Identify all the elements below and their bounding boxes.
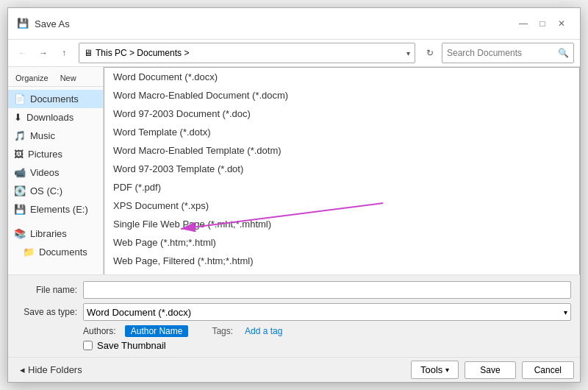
dropdown-item-docx[interactable]: Word Document (*.docx) xyxy=(104,68,579,86)
sidebar-item-documents2[interactable]: 📁 Documents xyxy=(8,243,103,261)
dropdown-item-dotm[interactable]: Word Macro-Enabled Template (*.dotm) xyxy=(104,141,579,160)
savetype-row: Save as type: Word Document (*.docx) ▾ xyxy=(17,303,571,321)
tags-label: Tags: xyxy=(212,326,233,336)
sidebar-item-downloads[interactable]: ⬇ Downloads xyxy=(8,108,103,127)
search-input[interactable] xyxy=(447,48,558,58)
maximize-button[interactable]: □ xyxy=(533,14,552,33)
authors-row: Authors: Author Name Tags: Add a tag xyxy=(17,325,571,337)
sidebar-item-documents[interactable]: 📄 Documents xyxy=(8,90,103,108)
chevron-left-icon: ◂ xyxy=(20,364,25,375)
thumbnail-row: Save Thumbnail xyxy=(17,340,571,351)
thumbnail-checkbox[interactable] xyxy=(83,341,93,350)
up-button[interactable]: ↑ xyxy=(55,44,73,62)
dropdown-item-mht[interactable]: Single File Web Page (*.mht;*.mhtml) xyxy=(104,215,579,233)
cancel-button[interactable]: Cancel xyxy=(522,361,574,379)
organize-button[interactable]: Organize xyxy=(11,72,53,84)
dialog-title: Save As xyxy=(35,18,514,29)
elements-icon: 💾 xyxy=(14,204,26,215)
new-button[interactable]: New xyxy=(56,72,81,84)
sidebar-item-pictures[interactable]: 🖼 Pictures xyxy=(8,145,103,163)
sidebar-label-osc: OS (C:) xyxy=(30,185,62,196)
tools-label: Tools xyxy=(420,364,442,375)
savetype-dropdown-icon: ▾ xyxy=(564,308,567,316)
savetype-select[interactable]: Word Document (*.docx) ▾ xyxy=(83,303,571,321)
tools-button[interactable]: Tools ▾ xyxy=(411,361,459,379)
breadcrumb-dropdown-icon: ▾ xyxy=(406,49,410,57)
dropdown-item-dotx[interactable]: Word Template (*.dotx) xyxy=(104,123,579,141)
dropdown-item-html-filtered[interactable]: Web Page, Filtered (*.htm;*.html) xyxy=(104,252,579,270)
savetype-label: Save as type: xyxy=(17,307,83,317)
dropdown-item-xps[interactable]: XPS Document (*.xps) xyxy=(104,196,579,215)
sidebar-label-libraries: Libraries xyxy=(30,228,67,239)
dialog-icon: 💾 xyxy=(17,18,29,29)
documents-icon: 📄 xyxy=(14,93,26,104)
music-icon: 🎵 xyxy=(14,130,26,141)
action-bar: ◂ Hide Folders Tools ▾ Save Cancel xyxy=(8,357,580,382)
dropdown-item-dot[interactable]: Word 97-2003 Template (*.dot) xyxy=(104,160,579,178)
filename-input[interactable] xyxy=(83,281,571,299)
sidebar-item-osc[interactable]: 💽 OS (C:) xyxy=(8,182,103,200)
back-button[interactable]: ← xyxy=(14,44,32,62)
main-content: Organize New 📄 Documents ⬇ Downloads 🎵 M… xyxy=(8,67,580,274)
thumbnail-label: Save Thumbnail xyxy=(97,340,166,351)
sidebar-item-videos[interactable]: 📹 Videos xyxy=(8,163,103,182)
search-box[interactable]: 🔍 xyxy=(442,43,574,63)
authors-value[interactable]: Author Name xyxy=(125,325,189,337)
videos-icon: 📹 xyxy=(14,167,26,178)
minimize-button[interactable]: — xyxy=(514,14,533,33)
breadcrumb[interactable]: 🖥 This PC > Documents > ▾ xyxy=(79,43,415,63)
sidebar: Organize New 📄 Documents ⬇ Downloads 🎵 M… xyxy=(8,67,104,274)
breadcrumb-text: This PC > Documents > xyxy=(96,48,406,58)
hide-folders-button[interactable]: ◂ Hide Folders xyxy=(14,361,88,378)
dropdown-item-rtf[interactable]: Rich Text Format (*.rtf) xyxy=(104,270,579,274)
documents2-icon: 📁 xyxy=(23,247,35,258)
breadcrumb-pc: 🖥 xyxy=(84,48,93,58)
hide-folders-label: Hide Folders xyxy=(28,364,82,375)
pictures-icon: 🖼 xyxy=(14,149,24,160)
sidebar-label-documents2: Documents xyxy=(39,247,87,258)
titlebar: 💾 Save As — □ ✕ xyxy=(8,8,580,40)
sidebar-item-music[interactable]: 🎵 Music xyxy=(8,127,103,145)
filename-label: File name: xyxy=(17,285,83,295)
sidebar-label-videos: Videos xyxy=(30,167,60,178)
tags-add-link[interactable]: Add a tag xyxy=(245,326,282,336)
sidebar-label-music: Music xyxy=(30,130,55,141)
bottom-form-area: File name: Save as type: Word Document (… xyxy=(8,274,580,357)
close-button[interactable]: ✕ xyxy=(552,14,571,33)
file-area: Name Date modified Type Size Word Docume… xyxy=(104,67,580,274)
dropdown-item-htm[interactable]: Web Page (*.htm;*.html) xyxy=(104,233,579,252)
sidebar-label-pictures: Pictures xyxy=(28,149,62,160)
tools-dropdown-icon: ▾ xyxy=(445,366,449,374)
navigation-toolbar: ← → ↑ 🖥 This PC > Documents > ▾ ↻ 🔍 xyxy=(8,40,580,67)
refresh-button[interactable]: ↻ xyxy=(421,44,439,62)
sidebar-item-libraries[interactable]: 📚 Libraries xyxy=(8,224,103,243)
search-icon: 🔍 xyxy=(558,48,569,58)
sidebar-item-elements[interactable]: 💾 Elements (E:) xyxy=(8,200,103,219)
libraries-icon: 📚 xyxy=(14,228,26,239)
window-controls: — □ ✕ xyxy=(514,14,571,33)
file-type-dropdown: Word Document (*.docx) Word Macro-Enable… xyxy=(104,67,580,274)
save-as-dialog: 💾 Save As — □ ✕ ← → ↑ 🖥 This PC > Docume… xyxy=(7,7,581,383)
authors-label: Authors: xyxy=(83,326,116,336)
sidebar-label-elements: Elements (E:) xyxy=(30,204,88,215)
osc-icon: 💽 xyxy=(14,185,26,196)
savetype-value: Word Document (*.docx) xyxy=(87,307,191,318)
filename-row: File name: xyxy=(17,281,571,299)
sidebar-label-documents: Documents xyxy=(30,93,79,104)
forward-button[interactable]: → xyxy=(35,44,52,62)
sidebar-label-downloads: Downloads xyxy=(26,112,74,123)
dropdown-item-docm[interactable]: Word Macro-Enabled Document (*.docm) xyxy=(104,86,579,104)
downloads-icon: ⬇ xyxy=(14,112,22,123)
dropdown-item-doc[interactable]: Word 97-2003 Document (*.doc) xyxy=(104,104,579,123)
dropdown-item-pdf[interactable]: PDF (*.pdf) xyxy=(104,178,579,196)
save-button[interactable]: Save xyxy=(465,361,515,379)
